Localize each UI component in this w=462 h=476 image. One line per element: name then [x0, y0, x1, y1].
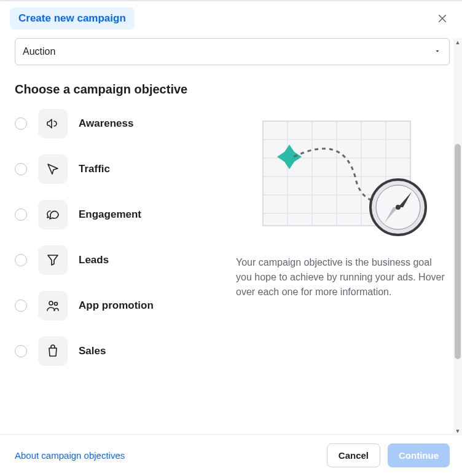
modal-body: Auction Choose a campaign objective Awar…	[0, 36, 462, 434]
radio-traffic[interactable]	[15, 163, 27, 175]
objective-info-panel: Your campaign objective is the business …	[236, 109, 450, 366]
scrollbar[interactable]: ▲ ▼	[453, 38, 462, 435]
shopping-bag-icon	[38, 336, 68, 366]
chat-icon	[38, 200, 68, 229]
modal-footer: About campaign objectives Cancel Continu…	[0, 434, 462, 476]
radio-sales[interactable]	[15, 345, 27, 357]
radio-engagement[interactable]	[15, 208, 27, 221]
objective-label: Awareness	[79, 117, 133, 130]
objective-content: Awareness Traffic Engagement	[15, 109, 450, 366]
objective-label: Engagement	[79, 208, 141, 221]
continue-button[interactable]: Continue	[388, 443, 450, 467]
objective-option-awareness[interactable]: Awareness	[15, 109, 224, 138]
svg-point-2	[49, 301, 53, 305]
objective-label: Sales	[79, 345, 106, 357]
scrollbar-down-arrow-icon[interactable]: ▼	[453, 427, 462, 435]
objective-options-list: Awareness Traffic Engagement	[15, 109, 224, 366]
objective-label: Traffic	[79, 163, 110, 175]
funnel-icon	[38, 245, 68, 275]
scrollbar-thumb[interactable]	[455, 144, 461, 359]
radio-leads[interactable]	[15, 254, 27, 266]
close-icon	[437, 13, 448, 24]
radio-app-promotion[interactable]	[15, 299, 27, 312]
buying-type-select-wrap: Auction	[15, 38, 450, 65]
svg-point-17	[396, 205, 401, 210]
objective-label: Leads	[79, 254, 109, 266]
svg-point-3	[55, 303, 58, 306]
cursor-icon	[38, 154, 68, 184]
megaphone-icon	[38, 109, 68, 138]
create-campaign-modal: Create new campaign Auction Choose a cam…	[0, 0, 462, 476]
objective-info-text: Your campaign objective is the business …	[236, 255, 450, 299]
scrollbar-up-arrow-icon[interactable]: ▲	[453, 38, 462, 47]
modal-title: Create new campaign	[10, 7, 135, 30]
buying-type-select[interactable]: Auction	[15, 38, 450, 65]
objective-option-engagement[interactable]: Engagement	[15, 200, 224, 229]
objective-section-title: Choose a campaign objective	[15, 82, 450, 97]
objective-label: App promotion	[79, 299, 154, 312]
about-objectives-link[interactable]: About campaign objectives	[15, 450, 125, 461]
modal-header: Create new campaign	[0, 1, 462, 36]
radio-awareness[interactable]	[15, 117, 27, 130]
objective-option-sales[interactable]: Sales	[15, 336, 224, 366]
map-compass-illustration	[236, 109, 450, 244]
objective-option-leads[interactable]: Leads	[15, 245, 224, 275]
users-icon	[38, 291, 68, 320]
cancel-button[interactable]: Cancel	[327, 443, 380, 467]
objective-option-app-promotion[interactable]: App promotion	[15, 291, 224, 320]
objective-option-traffic[interactable]: Traffic	[15, 154, 224, 184]
footer-actions: Cancel Continue	[327, 443, 450, 467]
close-button[interactable]	[433, 9, 452, 28]
